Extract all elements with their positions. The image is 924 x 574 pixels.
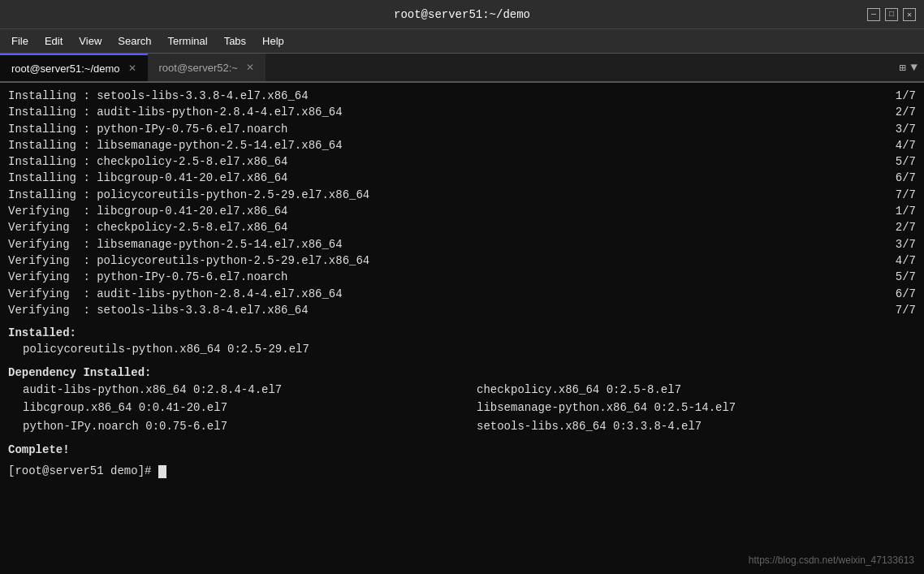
installed-label: Installed: [8,325,916,341]
menu-tabs[interactable]: Tabs [218,33,253,49]
menu-terminal[interactable]: Terminal [162,33,214,49]
terminal-line: Installing : python-IPy-0.75-6.el7.noarc… [8,121,916,137]
tab-server51[interactable]: root@server51:~/demo ✕ [0,54,148,81]
terminal-line: Installing : libsemanage-python-2.5-14.e… [8,137,916,153]
menu-file[interactable]: File [5,33,35,49]
terminal-line: Verifying : python-IPy-0.75-6.el7.noarch… [8,269,916,285]
menu-edit[interactable]: Edit [38,33,69,49]
terminal-line: Verifying : audit-libs-python-2.8.4-4.el… [8,286,916,302]
terminal-line: Verifying : checkpolicy-2.5-8.el7.x86_64… [8,219,916,235]
maximize-button[interactable]: □ [885,8,898,21]
dep-item-0: audit-libs-python.x86_64 0:2.8.4-4.el7 [8,381,462,399]
tab-server51-close[interactable]: ✕ [128,63,136,74]
minimize-button[interactable]: — [867,8,880,21]
dep-item-1: checkpolicy.x86_64 0:2.5-8.el7 [462,381,916,399]
tab-actions: ⊞ ▼ [892,54,924,81]
tab-server52-label: root@server52:~ [159,62,238,74]
prompt-text: [root@server51 demo]# [8,464,158,477]
prompt-line: [root@server51 demo]# [8,463,916,479]
title-bar: root@server51:~/demo — □ ✕ [0,0,924,29]
tab-bar: root@server51:~/demo ✕ root@server52:~ ✕… [0,54,924,83]
watermark: https://blog.csdn.net/weixin_47133613 [749,554,914,568]
menu-bar: File Edit View Search Terminal Tabs Help [0,29,924,54]
terminal-line: Verifying : setools-libs-3.3.8-4.el7.x86… [8,302,916,318]
dep-item-2: libcgroup.x86_64 0:0.41-20.el7 [8,399,462,416]
tab-dropdown-icon[interactable]: ▼ [911,61,918,74]
terminal-line: Installing : checkpolicy-2.5-8.el7.x86_6… [8,153,916,170]
installed-package: policycoreutils-python.x86_64 0:2.5-29.e… [8,341,916,357]
new-tab-icon[interactable]: ⊞ [899,61,905,75]
terminal-output: Installing : setools-libs-3.3.8-4.el7.x8… [8,88,916,318]
terminal-line: Verifying : libcgroup-0.41-20.el7.x86_64… [8,203,916,219]
terminal-line: Installing : setools-libs-3.3.8-4.el7.x8… [8,88,916,104]
dep-item-3: libsemanage-python.x86_64 0:2.5-14.el7 [462,399,916,416]
menu-help[interactable]: Help [256,33,291,49]
tab-server52-close[interactable]: ✕ [246,62,254,73]
complete-label: Complete! [8,442,916,458]
terminal: Installing : setools-libs-3.3.8-4.el7.x8… [0,83,924,574]
dependency-section: Dependency Installed: audit-libs-python.… [8,365,916,435]
complete-section: Complete! [root@server51 demo]# [8,442,916,480]
dep-item-4: python-IPy.noarch 0:0.75-6.el7 [8,417,462,435]
terminal-line: Installing : libcgroup-0.41-20.el7.x86_6… [8,170,916,186]
window-title: root@server51:~/demo [57,8,867,21]
close-button[interactable]: ✕ [903,8,916,21]
terminal-line: Verifying : libsemanage-python-2.5-14.el… [8,236,916,252]
dependency-grid: audit-libs-python.x86_64 0:2.8.4-4.el7 c… [8,381,916,435]
dep-item-5: setools-libs.x86_64 0:3.3.8-4.el7 [462,417,916,435]
tab-server51-label: root@server51:~/demo [11,63,120,75]
dependency-label: Dependency Installed: [8,365,916,381]
menu-search[interactable]: Search [111,33,158,49]
terminal-line: Installing : audit-libs-python-2.8.4-4.e… [8,104,916,120]
cursor [158,465,166,478]
tab-server52[interactable]: root@server52:~ ✕ [148,54,266,81]
terminal-line: Installing : policycoreutils-python-2.5-… [8,187,916,203]
menu-view[interactable]: View [72,33,108,49]
installed-section: Installed: policycoreutils-python.x86_64… [8,325,916,358]
window-controls: — □ ✕ [867,8,916,21]
terminal-line: Verifying : policycoreutils-python-2.5-2… [8,252,916,269]
